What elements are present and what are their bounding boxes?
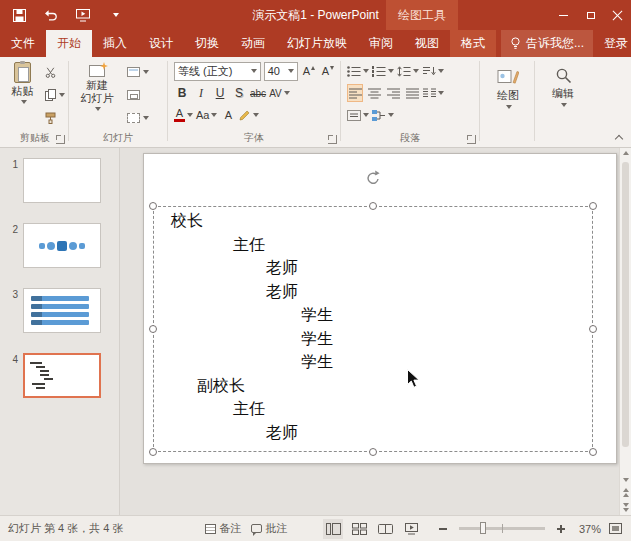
decrease-font-size-button[interactable]: A xyxy=(320,62,336,80)
tell-me-box[interactable]: 告诉我您... xyxy=(501,30,593,57)
slide-sorter-view-button[interactable] xyxy=(349,519,369,539)
underline-button[interactable]: U xyxy=(212,84,228,102)
restore-button[interactable] xyxy=(577,0,604,30)
next-slide-button[interactable] xyxy=(623,503,629,512)
outline-line[interactable]: 主任 xyxy=(154,233,592,257)
slide-thumbnail-3[interactable]: 3 xyxy=(6,288,119,333)
start-slideshow-icon[interactable] xyxy=(74,5,92,25)
sign-in-button[interactable]: 登录 xyxy=(593,30,631,57)
resize-handle-bottom-center[interactable] xyxy=(369,448,377,456)
format-painter-button[interactable] xyxy=(44,110,66,126)
zoom-out-button[interactable] xyxy=(435,521,451,537)
customize-qat-icon[interactable] xyxy=(106,5,124,25)
section-button[interactable] xyxy=(126,110,150,126)
vertical-scrollbar[interactable] xyxy=(619,148,631,515)
notes-toggle[interactable]: 备注 xyxy=(205,521,242,536)
outline-line[interactable]: 学生 xyxy=(154,350,592,374)
font-name-select[interactable]: 等线 (正文) xyxy=(174,62,261,81)
bullets-button[interactable] xyxy=(347,62,369,80)
align-right-button[interactable] xyxy=(385,84,401,102)
tab-home[interactable]: 开始 xyxy=(46,30,92,57)
zoom-percent[interactable]: 37% xyxy=(575,523,601,535)
resize-handle-bottom-left[interactable] xyxy=(149,448,157,456)
slide-show-view-button[interactable] xyxy=(401,519,421,539)
align-left-button[interactable] xyxy=(347,84,363,102)
save-icon[interactable] xyxy=(10,5,28,25)
slide-thumbnail-image[interactable] xyxy=(23,223,101,268)
align-text-button[interactable] xyxy=(347,106,369,124)
scroll-up-icon[interactable] xyxy=(620,151,631,155)
columns-button[interactable] xyxy=(423,84,444,102)
tab-design[interactable]: 设计 xyxy=(138,30,184,57)
slide-thumbnail-2[interactable]: 2 xyxy=(6,223,119,268)
tab-format[interactable]: 格式 xyxy=(450,30,496,57)
collapse-ribbon-button[interactable] xyxy=(613,132,625,142)
normal-view-button[interactable] xyxy=(323,519,343,539)
outline-line[interactable]: 副校长 xyxy=(154,374,592,398)
slide-thumbnail-image[interactable] xyxy=(23,353,101,398)
outline-line[interactable]: 老师 xyxy=(154,256,592,280)
slide-thumbnail-1[interactable]: 1 xyxy=(6,158,119,203)
fit-slide-to-window-button[interactable] xyxy=(607,521,623,537)
convert-smartart-button[interactable] xyxy=(372,106,394,124)
outline-line[interactable]: 老师 xyxy=(154,421,592,445)
character-spacing-button[interactable]: AV xyxy=(269,84,290,102)
slide-thumbnail-image[interactable] xyxy=(23,288,101,333)
slide-layout-button[interactable] xyxy=(126,64,150,80)
outline-line[interactable]: 校长 xyxy=(154,209,592,233)
bold-button[interactable]: B xyxy=(174,84,190,102)
increase-font-size-button[interactable]: A xyxy=(301,62,317,80)
zoom-slider-thumb[interactable] xyxy=(480,522,486,534)
numbering-button[interactable] xyxy=(372,62,394,80)
font-size-select[interactable]: 40 xyxy=(264,62,298,81)
clear-formatting-button[interactable]: A xyxy=(220,106,236,124)
paragraph-dialog-launcher-icon[interactable] xyxy=(467,135,476,144)
undo-icon[interactable] xyxy=(42,5,60,25)
slide-thumbnail-4[interactable]: 4 xyxy=(6,353,119,398)
outline-line[interactable]: 学生 xyxy=(154,303,592,327)
strikethrough-button[interactable]: abc xyxy=(250,84,266,102)
outline-line[interactable]: 主任 xyxy=(154,397,592,421)
resize-handle-top-right[interactable] xyxy=(589,202,597,210)
slide-page[interactable]: 校长 主任 老师 老师 学生 学生 学生 副校长 主任 老师 xyxy=(143,153,617,464)
tab-file[interactable]: 文件 xyxy=(0,30,46,57)
previous-slide-button[interactable] xyxy=(623,488,629,497)
drawing-menu-button[interactable]: 绘图 xyxy=(484,60,532,109)
new-slide-button[interactable]: 新建幻灯片 xyxy=(73,60,121,126)
line-spacing-button[interactable] xyxy=(397,62,419,80)
font-color-button[interactable]: A xyxy=(174,106,193,124)
paste-button[interactable]: 粘贴 xyxy=(6,60,39,126)
tab-review[interactable]: 审阅 xyxy=(358,30,404,57)
scroll-down-icon[interactable] xyxy=(623,478,629,482)
italic-button[interactable]: I xyxy=(193,84,209,102)
close-button[interactable] xyxy=(604,0,631,30)
align-center-button[interactable] xyxy=(366,84,382,102)
outline-line[interactable]: 老师 xyxy=(154,280,592,304)
tab-slideshow[interactable]: 幻灯片放映 xyxy=(276,30,358,57)
slide-canvas[interactable]: 校长 主任 老师 老师 学生 学生 学生 副校长 主任 老师 xyxy=(120,148,619,515)
minimize-button[interactable] xyxy=(550,0,577,30)
resize-handle-middle-right[interactable] xyxy=(589,325,597,333)
reading-view-button[interactable] xyxy=(375,519,395,539)
text-shadow-button[interactable]: S xyxy=(231,84,247,102)
resize-handle-middle-left[interactable] xyxy=(149,325,157,333)
cut-button[interactable] xyxy=(44,64,66,80)
slide-thumbnail-image[interactable] xyxy=(23,158,101,203)
editing-menu-button[interactable]: 编辑 xyxy=(539,60,587,107)
resize-handle-top-center[interactable] xyxy=(369,202,377,210)
tab-animations[interactable]: 动画 xyxy=(230,30,276,57)
highlight-button[interactable] xyxy=(239,106,259,124)
reset-slide-button[interactable] xyxy=(126,87,150,103)
scrollbar-thumb[interactable] xyxy=(622,162,629,447)
copy-button[interactable] xyxy=(44,87,66,103)
clipboard-dialog-launcher-icon[interactable] xyxy=(56,135,65,144)
text-direction-button[interactable] xyxy=(422,62,444,80)
content-textbox[interactable]: 校长 主任 老师 老师 学生 学生 学生 副校长 主任 老师 xyxy=(153,206,593,452)
outline-line[interactable]: 学生 xyxy=(154,327,592,351)
comments-toggle[interactable]: 批注 xyxy=(251,521,288,536)
zoom-slider[interactable] xyxy=(459,527,545,530)
justify-button[interactable] xyxy=(404,84,420,102)
tab-view[interactable]: 视图 xyxy=(404,30,450,57)
zoom-in-button[interactable] xyxy=(553,521,569,537)
resize-handle-bottom-right[interactable] xyxy=(589,448,597,456)
